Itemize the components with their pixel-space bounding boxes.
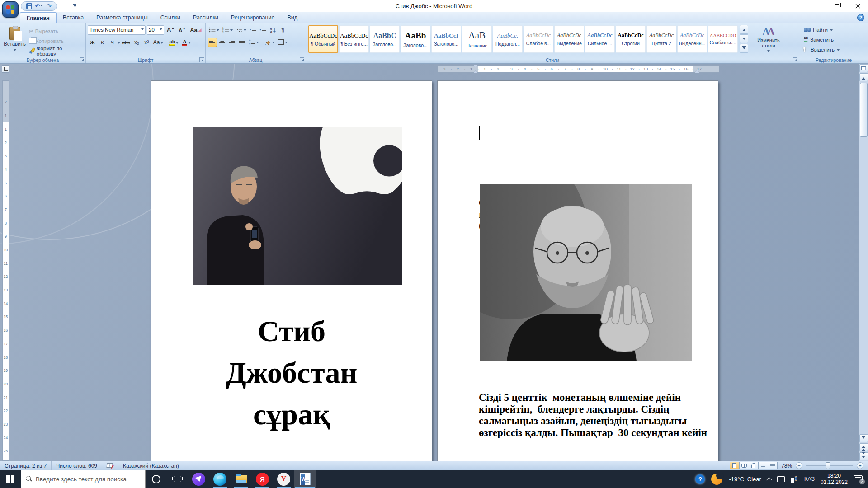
save-button[interactable]: [25, 2, 33, 10]
italic-button[interactable]: К: [98, 38, 107, 47]
clock[interactable]: 18:20 01.12.2022: [821, 473, 848, 485]
styles-dialog-launcher[interactable]: [793, 57, 797, 62]
grow-font-button[interactable]: A▲: [165, 25, 176, 35]
select-button[interactable]: Выделить: [801, 45, 866, 54]
tab-review[interactable]: Рецензирование: [225, 12, 281, 23]
format-painter-button[interactable]: Формат по образцу: [28, 46, 84, 56]
style-item-title[interactable]: АаВ Название: [462, 25, 492, 53]
strikethrough-button[interactable]: abc: [121, 38, 132, 47]
style-item-heading3[interactable]: AaBbCcI Заголово...: [431, 25, 461, 53]
language-indicator[interactable]: Казахский (Казахстан): [118, 461, 184, 470]
style-item-heading1[interactable]: AaBbC Заголово...: [370, 25, 400, 53]
close-button[interactable]: [847, 0, 868, 12]
underline-button[interactable]: Ч: [108, 38, 117, 47]
shading-button[interactable]: [264, 38, 276, 47]
start-button[interactable]: [0, 470, 21, 488]
align-right-button[interactable]: [227, 38, 237, 47]
shrink-font-button[interactable]: A▼: [177, 25, 187, 35]
style-item-subtle-reference[interactable]: AABBCCDD Слабая сс...: [708, 25, 738, 53]
clipboard-dialog-launcher[interactable]: [80, 57, 84, 62]
style-item-no-spacing[interactable]: AaBbCcDc ¶ Без инте...: [339, 25, 369, 53]
change-styles-button[interactable]: AA Изменить стили: [751, 25, 786, 53]
edge-icon[interactable]: [209, 470, 231, 488]
full-screen-reading-view-button[interactable]: [739, 462, 749, 469]
help-tray-icon[interactable]: ?: [695, 474, 705, 484]
style-item-heading2[interactable]: AaBb Заголово...: [401, 25, 430, 53]
next-page-button[interactable]: [859, 452, 868, 460]
draft-view-button[interactable]: [768, 462, 778, 469]
style-item-intense-emphasis[interactable]: AaBbCcDc Сильное ...: [585, 25, 615, 53]
weather-moon-icon[interactable]: [711, 473, 723, 485]
network-icon[interactable]: [777, 476, 785, 482]
tab-insert[interactable]: Вставка: [57, 12, 90, 23]
tab-home[interactable]: Главная: [20, 12, 57, 23]
right-indent-marker[interactable]: [695, 67, 699, 73]
tab-page-layout[interactable]: Разметка страницы: [90, 12, 154, 23]
style-item-subtle-emphasis[interactable]: AaBbCcDc Слабое в...: [524, 25, 553, 53]
find-button[interactable]: Найти: [801, 25, 866, 34]
subscript-button[interactable]: x₂: [132, 38, 142, 47]
zoom-slider[interactable]: [806, 465, 853, 466]
document-page-1[interactable]: СтибДжобстансұрақ: [151, 80, 432, 461]
font-dialog-launcher[interactable]: [199, 57, 204, 62]
customize-qat-button[interactable]: [71, 3, 78, 10]
font-size-combo[interactable]: 20: [147, 25, 164, 35]
left-indent-marker[interactable]: [473, 65, 478, 73]
borders-button[interactable]: [277, 38, 289, 47]
print-layout-view-button[interactable]: [730, 462, 740, 469]
scrollbar-thumb[interactable]: [860, 83, 868, 137]
scroll-down-button[interactable]: [859, 434, 868, 442]
undo-button[interactable]: ↶: [35, 2, 43, 10]
tab-references[interactable]: Ссылки: [154, 12, 187, 23]
increase-indent-button[interactable]: [258, 25, 268, 35]
taskbar-search[interactable]: [21, 470, 146, 488]
yandex-alice-icon[interactable]: [188, 470, 209, 488]
zoom-level[interactable]: 78%: [781, 463, 792, 469]
zoom-slider-thumb[interactable]: [826, 462, 830, 469]
superscript-button[interactable]: x²: [142, 38, 151, 47]
ruler-toggle-button[interactable]: [859, 64, 868, 72]
style-item-intense-quote[interactable]: AaBbCcDc Выделенн...: [677, 25, 707, 53]
notification-center-icon[interactable]: 2: [854, 475, 863, 483]
vertical-scrollbar[interactable]: [859, 64, 868, 461]
styles-scroll-up-button[interactable]: [740, 25, 748, 34]
yandex-y-browser-icon[interactable]: [273, 470, 294, 488]
clear-formatting-button[interactable]: Aa◢: [189, 25, 203, 35]
search-input[interactable]: [36, 476, 135, 483]
style-item-strong[interactable]: AaBbCcDc Строгий: [616, 25, 646, 53]
office-button[interactable]: [2, 1, 19, 18]
weather-widget[interactable]: -19°C Clear: [729, 476, 761, 483]
outline-view-button[interactable]: [758, 462, 768, 469]
numbering-button[interactable]: 123: [221, 25, 234, 35]
copy-button[interactable]: Копировать: [28, 36, 84, 46]
bold-button[interactable]: Ж: [88, 38, 97, 47]
minimize-button[interactable]: [806, 0, 826, 12]
font-family-combo[interactable]: Times New Roman: [88, 25, 146, 35]
cortana-icon[interactable]: [146, 470, 167, 488]
restore-button[interactable]: [826, 0, 847, 12]
zoom-in-button[interactable]: +: [857, 462, 863, 469]
show-paragraph-marks-button[interactable]: ¶: [278, 25, 288, 35]
change-case-button[interactable]: Aa: [152, 38, 165, 47]
style-item-normal[interactable]: AaBbCcDc ¶ Обычный: [308, 25, 338, 53]
redo-button[interactable]: ↷: [45, 2, 53, 10]
cut-button[interactable]: ✂Вырезать: [28, 26, 84, 36]
justify-button[interactable]: [237, 38, 247, 47]
decrease-indent-button[interactable]: [248, 25, 258, 35]
style-item-emphasis[interactable]: AaBbCcDc Выделение: [554, 25, 584, 53]
style-item-subtitle[interactable]: AaBbCc. Подзагол...: [493, 25, 523, 53]
show-hidden-icons-chevron[interactable]: [766, 477, 772, 483]
align-center-button[interactable]: [217, 38, 227, 47]
styles-scroll-down-button[interactable]: [740, 34, 748, 43]
keyboard-language[interactable]: КАЗ: [804, 476, 815, 482]
highlight-color-button[interactable]: ab: [168, 38, 180, 47]
font-color-button[interactable]: А: [180, 38, 192, 47]
multilevel-list-button[interactable]: [235, 25, 248, 35]
line-spacing-button[interactable]: [247, 38, 260, 47]
page-indicator[interactable]: Страница: 2 из 7: [0, 461, 52, 470]
word-taskbar-icon[interactable]: [294, 470, 316, 488]
tab-stop-selector[interactable]: [2, 65, 9, 73]
replace-button[interactable]: abacЗаменить: [801, 35, 866, 44]
paragraph-dialog-launcher[interactable]: [300, 57, 304, 62]
sort-button[interactable]: АЯ: [268, 25, 278, 35]
